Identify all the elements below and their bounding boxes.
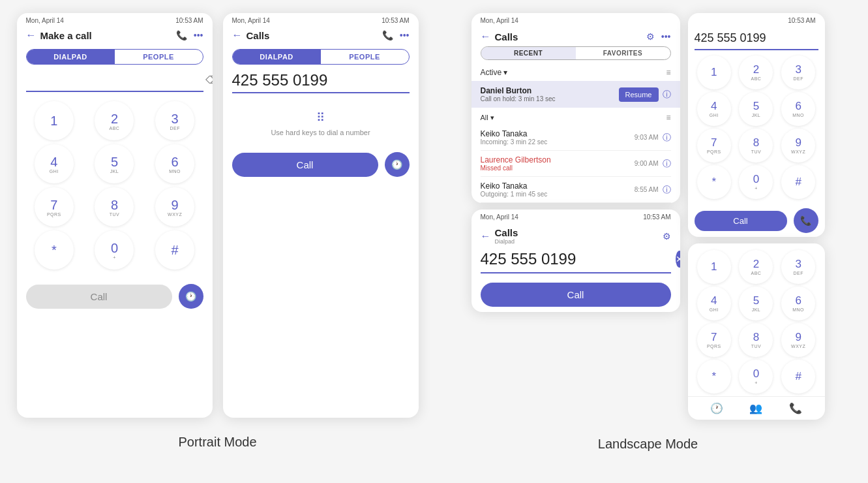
- call-item-left-1: Keiko Tanaka Incoming: 3 min 22 sec: [481, 129, 635, 146]
- history-btn-1[interactable]: 🕐: [179, 284, 203, 309]
- ls-key-5[interactable]: 5JKL: [739, 92, 773, 126]
- ls-b-key-hash[interactable]: #: [781, 360, 815, 394]
- ls-b-key-7[interactable]: 7PQRS: [697, 323, 731, 357]
- ls-b-key-9[interactable]: 9WXYZ: [781, 323, 815, 357]
- call-sub-1: Incoming: 3 min 22 sec: [481, 138, 635, 146]
- phone-icon-1[interactable]: 📞: [176, 30, 187, 40]
- portrait-section: Mon, April 14 10:53 AM ← Make a call 📞 •…: [17, 13, 419, 450]
- call-info-2[interactable]: ⓘ: [663, 158, 671, 170]
- footer-phone-icon[interactable]: 📞: [789, 402, 802, 414]
- key-7-1[interactable]: 7PQRS: [35, 187, 74, 226]
- ls-b-key-3[interactable]: 3DEF: [781, 250, 815, 284]
- ls-b-key-2[interactable]: 2ABC: [739, 250, 773, 284]
- key-8-1[interactable]: 8TUV: [95, 187, 134, 226]
- tab-dialpad-2[interactable]: DIALPAD: [233, 50, 321, 64]
- ls-bottom-calls-frame: Mon, April 14 10:53 AM ← Calls Dialpad ⚙: [471, 210, 680, 312]
- ls-key-8[interactable]: 8TUV: [739, 129, 773, 163]
- more-icon-1[interactable]: •••: [194, 30, 203, 40]
- ls-bottom-dialpad-grid: 1 2ABC 3DEF 4GHI 5JKL 6MNO 7PQRS 8TUV 9W…: [688, 243, 825, 396]
- call-button-2[interactable]: Call: [232, 153, 378, 177]
- ls-key-9[interactable]: 9WXYZ: [781, 129, 815, 163]
- ls-key-4[interactable]: 4GHI: [697, 92, 731, 126]
- call-info-3[interactable]: ⓘ: [663, 184, 671, 196]
- footer-contacts-icon[interactable]: 👥: [749, 402, 762, 414]
- ls-bottom-clear-btn[interactable]: ✕: [676, 251, 680, 268]
- ls-bottom-gear[interactable]: ⚙: [663, 231, 671, 242]
- key-0-1[interactable]: 0+: [95, 230, 134, 270]
- key-2-1[interactable]: 2ABC: [95, 101, 134, 140]
- more-icon-2[interactable]: •••: [400, 30, 410, 40]
- ls-key-6[interactable]: 6MNO: [781, 92, 815, 126]
- tab-bar-1: DIALPAD PEOPLE: [26, 49, 203, 65]
- landscape-section: Mon, April 14 ← Calls ⚙ •••: [445, 13, 852, 452]
- ls-more-icon[interactable]: •••: [661, 31, 671, 42]
- dial-input-wrap-2: ✕: [232, 71, 410, 93]
- ls-all-filter[interactable]: All ▾: [481, 114, 494, 122]
- back-arrow-1[interactable]: ←: [26, 29, 37, 41]
- ls-key-hash[interactable]: #: [781, 165, 815, 199]
- backspace-btn-1[interactable]: ⌫: [205, 74, 213, 86]
- ls-active-filter[interactable]: Active ▾: [481, 68, 508, 77]
- ls-b-key-6[interactable]: 6MNO: [781, 287, 815, 320]
- ls-back-arrow[interactable]: ←: [481, 31, 491, 42]
- ls-b-key-4[interactable]: 4GHI: [697, 287, 731, 320]
- ls-header-right: ⚙ •••: [646, 31, 671, 42]
- call-info-1[interactable]: ⓘ: [663, 132, 671, 144]
- tab-people-1[interactable]: PEOPLE: [115, 50, 203, 64]
- key-9-1[interactable]: 9WXYZ: [155, 187, 194, 226]
- ls-key-2[interactable]: 2ABC: [739, 55, 773, 89]
- ls-b-key-0[interactable]: 0+: [739, 360, 773, 394]
- ls-key-1[interactable]: 1: [697, 55, 731, 89]
- ls-filter-icon[interactable]: ≡: [666, 68, 670, 77]
- dial-input-1[interactable]: [26, 71, 205, 88]
- ls-b-key-1[interactable]: 1: [697, 250, 731, 284]
- time-2: 10:53 AM: [382, 17, 409, 24]
- ls-bottom-dial-wrap: ✕: [481, 250, 671, 273]
- tab-dialpad-1[interactable]: DIALPAD: [27, 50, 115, 64]
- key-5-1[interactable]: 5JKL: [95, 144, 134, 183]
- ls-dial-input[interactable]: [695, 31, 825, 45]
- history-btn-2[interactable]: 🕐: [385, 152, 410, 177]
- ls-date-2: Mon, April 14: [481, 213, 518, 221]
- key-star-1[interactable]: *: [35, 230, 74, 270]
- key-3-1[interactable]: 3DEF: [155, 101, 194, 140]
- ls-key-0[interactable]: 0+: [739, 165, 773, 199]
- ls-top-call-btn[interactable]: Call: [695, 211, 787, 231]
- ls-date-1: Mon, April 14: [481, 17, 518, 24]
- footer-history-icon[interactable]: 🕐: [710, 402, 723, 414]
- hard-keys-msg: ⠿ Use hard keys to dial a number: [223, 97, 419, 143]
- ls-bottom-call-bar: Call: [471, 277, 680, 312]
- ls-b-key-8[interactable]: 8TUV: [739, 323, 773, 357]
- call-button-1[interactable]: Call: [26, 285, 172, 309]
- ls-info-icon-active[interactable]: ⓘ: [663, 89, 671, 101]
- ls-resume-btn[interactable]: Resume: [619, 87, 659, 102]
- tab-people-2[interactable]: PEOPLE: [321, 50, 409, 64]
- ls-bottom-back[interactable]: ←: [481, 230, 491, 242]
- ls-filter-icon2[interactable]: ≡: [666, 113, 670, 122]
- ls-bottom-subtitle: Dialpad: [495, 238, 518, 245]
- back-arrow-2[interactable]: ←: [232, 29, 243, 41]
- key-6-1[interactable]: 6MNO: [155, 144, 194, 183]
- portrait-make-call-frame: Mon, April 14 10:53 AM ← Make a call 📞 •…: [17, 13, 213, 418]
- key-4-1[interactable]: 4GHI: [35, 144, 74, 183]
- call-bar-2: Call 🕐: [223, 146, 419, 183]
- dial-input-2[interactable]: [232, 71, 419, 89]
- ls-key-3[interactable]: 3DEF: [781, 55, 815, 89]
- ls-dial-status: 10:53 AM: [688, 13, 825, 27]
- ls-gear-icon[interactable]: ⚙: [646, 31, 655, 42]
- date-2: Mon, April 14: [232, 17, 270, 24]
- call-time-1: 9:03 AM: [635, 134, 659, 141]
- ls-bottom-call-btn[interactable]: Call: [481, 283, 671, 307]
- ls-b-key-star[interactable]: *: [697, 360, 731, 394]
- phone-icon-2[interactable]: 📞: [382, 30, 393, 40]
- key-hash-1[interactable]: #: [155, 230, 194, 270]
- ls-tab-favorites[interactable]: FAVORITES: [576, 47, 670, 59]
- ls-dial-time: 10:53 AM: [788, 17, 815, 24]
- key-1-1[interactable]: 1: [35, 101, 74, 140]
- ls-b-key-5[interactable]: 5JKL: [739, 287, 773, 320]
- ls-key-7[interactable]: 7PQRS: [697, 129, 731, 163]
- ls-tab-recent[interactable]: RECENT: [481, 47, 576, 59]
- ls-top-history-btn[interactable]: 📞: [794, 208, 818, 233]
- ls-bottom-dial-input[interactable]: [481, 250, 676, 268]
- ls-key-star[interactable]: *: [697, 165, 731, 199]
